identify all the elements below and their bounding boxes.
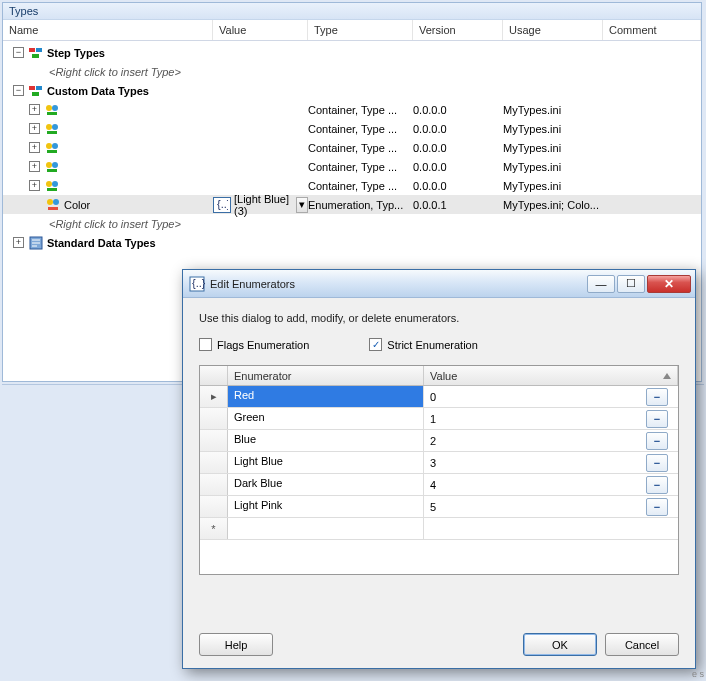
header-value[interactable]: Value <box>213 20 308 40</box>
enumerator-cell[interactable]: Light Pink <box>228 496 424 517</box>
new-row-value-cell[interactable] <box>424 518 678 539</box>
color-version: 0.0.0.1 <box>413 199 503 211</box>
grid-row[interactable]: Light Blue3− <box>200 452 678 474</box>
row-indicator-icon <box>200 430 228 451</box>
strict-enumeration-checkbox[interactable]: Strict Enumeration <box>369 338 477 351</box>
step-types-hint[interactable]: <Right click to insert Type> <box>3 62 701 81</box>
remove-row-button[interactable]: − <box>646 476 668 494</box>
standard-types-label: Standard Data Types <box>47 237 156 249</box>
header-comment[interactable]: Comment <box>603 20 701 40</box>
tree-node-step-types[interactable]: − Step Types <box>3 43 701 62</box>
remove-row-button[interactable]: − <box>646 498 668 516</box>
maximize-button[interactable]: ☐ <box>617 275 645 293</box>
expand-icon[interactable]: + <box>29 142 40 153</box>
svg-point-10 <box>52 124 58 130</box>
remove-row-button[interactable]: − <box>646 454 668 472</box>
container-usage: MyTypes.ini <box>503 142 603 154</box>
new-row-indicator-icon: * <box>200 518 228 539</box>
remove-row-button[interactable]: − <box>646 388 668 406</box>
minus-icon: − <box>654 459 660 467</box>
expand-icon[interactable]: + <box>13 237 24 248</box>
svg-point-22 <box>53 199 59 205</box>
cancel-button[interactable]: Cancel <box>605 633 679 656</box>
enumerator-cell[interactable]: Light Blue <box>228 452 424 473</box>
grid-row[interactable]: Dark Blue4− <box>200 474 678 496</box>
svg-rect-3 <box>29 86 35 90</box>
container-version: 0.0.0.0 <box>413 123 503 135</box>
custom-types-hint[interactable]: <Right click to insert Type> <box>3 214 701 233</box>
close-icon: ✕ <box>664 277 674 291</box>
value-cell[interactable]: 2− <box>424 430 678 451</box>
tree-node-container[interactable]: +Container, Type ...0.0.0.0MyTypes.ini <box>3 119 701 138</box>
container-type: Container, Type ... <box>308 161 413 173</box>
flags-enumeration-checkbox[interactable]: Flags Enumeration <box>199 338 309 351</box>
grid-header-value[interactable]: Value <box>424 366 678 385</box>
remove-row-button[interactable]: − <box>646 432 668 450</box>
grid-row[interactable]: Blue2− <box>200 430 678 452</box>
step-types-icon <box>28 45 44 61</box>
svg-rect-14 <box>47 150 57 153</box>
svg-rect-20 <box>47 188 57 191</box>
minimize-button[interactable]: — <box>587 275 615 293</box>
enumerator-cell[interactable]: Green <box>228 408 424 429</box>
header-name[interactable]: Name <box>3 20 213 40</box>
tree-node-container[interactable]: +Container, Type ...0.0.0.0MyTypes.ini <box>3 157 701 176</box>
collapse-icon[interactable]: − <box>13 85 24 96</box>
header-type[interactable]: Type <box>308 20 413 40</box>
container-usage: MyTypes.ini <box>503 123 603 135</box>
enumerator-cell[interactable]: Red <box>228 386 424 407</box>
grid-new-row[interactable]: * <box>200 518 678 540</box>
container-icon <box>44 140 60 156</box>
grid-header-handle <box>200 366 228 385</box>
enumerator-cell[interactable]: Blue <box>228 430 424 451</box>
value-editor-icon[interactable]: {..} <box>213 197 231 213</box>
grid-row[interactable]: Light Pink5− <box>200 496 678 518</box>
ok-button[interactable]: OK <box>523 633 597 656</box>
svg-rect-17 <box>47 169 57 172</box>
svg-point-6 <box>46 105 52 111</box>
tree-node-container[interactable]: +Container, Type ...0.0.0.0MyTypes.ini <box>3 100 701 119</box>
collapse-icon[interactable]: − <box>13 47 24 58</box>
expand-icon[interactable]: + <box>29 123 40 134</box>
dialog-titlebar[interactable]: {..} Edit Enumerators — ☐ ✕ <box>183 270 695 298</box>
flags-label: Flags Enumeration <box>217 339 309 351</box>
dropdown-arrow-icon[interactable]: ▾ <box>296 197 308 213</box>
tree-node-color[interactable]: Color {..} [Light Blue] (3) ▾ Enumeratio… <box>3 195 701 214</box>
svg-point-21 <box>47 199 53 205</box>
tree-node-container[interactable]: +Container, Type ...0.0.0.0MyTypes.ini <box>3 176 701 195</box>
footer-text: e s <box>692 669 704 679</box>
remove-row-button[interactable]: − <box>646 410 668 428</box>
svg-point-19 <box>52 181 58 187</box>
enumerator-cell[interactable]: Dark Blue <box>228 474 424 495</box>
grid-header-enumerator[interactable]: Enumerator <box>228 366 424 385</box>
header-usage[interactable]: Usage <box>503 20 603 40</box>
value-cell[interactable]: 0− <box>424 386 678 407</box>
container-version: 0.0.0.0 <box>413 142 503 154</box>
svg-point-13 <box>52 143 58 149</box>
column-headers: Name Value Type Version Usage Comment <box>3 20 701 41</box>
custom-types-label: Custom Data Types <box>47 85 149 97</box>
grid-row[interactable]: ▸Red0− <box>200 386 678 408</box>
header-version[interactable]: Version <box>413 20 503 40</box>
tree-node-custom-data-types[interactable]: − Custom Data Types <box>3 81 701 100</box>
value-cell[interactable]: 3− <box>424 452 678 473</box>
help-button[interactable]: Help <box>199 633 273 656</box>
row-indicator-icon <box>200 408 228 429</box>
expand-icon[interactable]: + <box>29 180 40 191</box>
tree-node-container[interactable]: +Container, Type ...0.0.0.0MyTypes.ini <box>3 138 701 157</box>
checkbox-icon <box>199 338 212 351</box>
value-cell[interactable]: 1− <box>424 408 678 429</box>
close-button[interactable]: ✕ <box>647 275 691 293</box>
expand-icon[interactable]: + <box>29 104 40 115</box>
expand-icon[interactable]: + <box>29 161 40 172</box>
enumerators-grid[interactable]: Enumerator Value ▸Red0−Green1−Blue2−Ligh… <box>199 365 679 575</box>
container-usage: MyTypes.ini <box>503 180 603 192</box>
checkbox-icon <box>369 338 382 351</box>
row-indicator-icon <box>200 496 228 517</box>
grid-row[interactable]: Green1− <box>200 408 678 430</box>
value-cell[interactable]: 5− <box>424 496 678 517</box>
tree-node-standard-data-types[interactable]: + Standard Data Types <box>3 233 701 252</box>
value-cell[interactable]: 4− <box>424 474 678 495</box>
new-row-enum-cell[interactable] <box>228 518 424 539</box>
container-icon <box>44 159 60 175</box>
